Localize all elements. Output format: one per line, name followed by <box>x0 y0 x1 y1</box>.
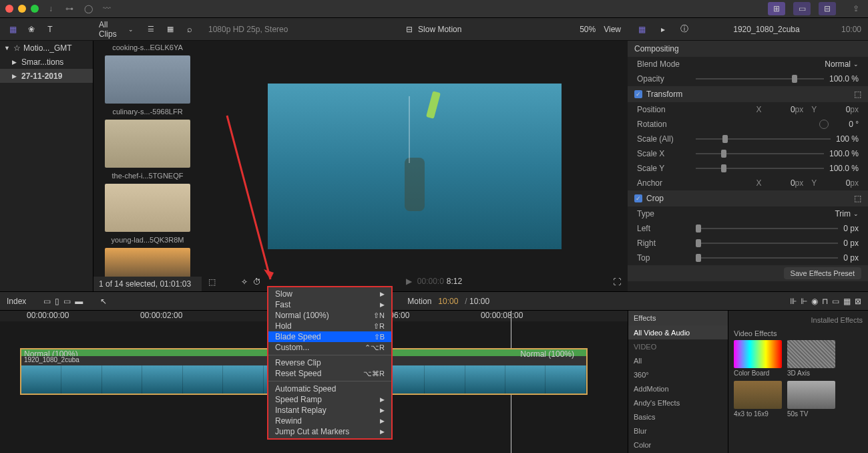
import-icon[interactable]: ↓ <box>44 2 57 15</box>
effect-thumbnail[interactable]: 3D Axis <box>787 340 835 377</box>
inspector-panel: Compositing Blend Mode Normal ⌄ Opacity … <box>628 41 868 291</box>
effects-category[interactable]: AddMotion <box>628 382 728 396</box>
sidebar-item[interactable]: ▶ 27-11-2019 <box>0 69 93 83</box>
share-icon[interactable]: ⇪ <box>849 2 863 15</box>
library-toggle[interactable]: ⊞ <box>768 2 785 15</box>
bg-task-icon[interactable]: ◯ <box>81 2 95 15</box>
list-icon[interactable]: ▦ <box>164 22 178 37</box>
timeline-title: Motion <box>407 297 431 306</box>
menu-item[interactable]: Speed Ramp▶ <box>268 394 391 405</box>
effect-thumbnail[interactable]: 4x3 to 16x9 <box>734 381 782 418</box>
effects-category: VIDEO <box>628 339 728 353</box>
clip-thumbnail[interactable] <box>105 120 190 168</box>
audio-skim-icon[interactable]: ⊩ <box>801 297 807 306</box>
transform-viewer-icon[interactable]: ⬚ <box>854 90 861 99</box>
play-icon[interactable]: ▶ <box>406 277 412 286</box>
clip-thumbnail[interactable] <box>105 184 190 232</box>
menu-item[interactable]: Slow▶ <box>268 289 391 299</box>
library-sidebar: ▼ ☆ Motio..._GMT ▶ Smar...tions ▶ 27-11-… <box>0 41 93 291</box>
effects-category[interactable]: Color <box>628 438 728 452</box>
overwrite-icon[interactable]: ▬ <box>75 297 83 306</box>
effect-thumbnail[interactable]: Color Board <box>734 340 782 377</box>
disclosure-icon[interactable]: ▶ <box>12 73 19 80</box>
save-effects-preset-button[interactable]: Save Effects Preset <box>784 267 861 279</box>
video-tab-icon[interactable]: ▦ <box>634 22 649 37</box>
transform-checkbox[interactable]: ✓ <box>634 90 642 98</box>
effects-category[interactable]: All <box>628 353 728 367</box>
crop-viewer-icon[interactable]: ⬚ <box>854 194 861 203</box>
skimming-icon[interactable]: ⊪ <box>790 297 797 306</box>
library-icon[interactable]: ▦ <box>5 22 20 37</box>
insert-icon[interactable]: ▯ <box>55 297 59 306</box>
clip-item[interactable]: cooking-s...EGLK6YA <box>93 41 202 105</box>
section-transform[interactable]: ✓ Transform ⬚ <box>628 86 868 102</box>
menu-item[interactable]: Instant Replay▶ <box>268 405 391 416</box>
tl-icon[interactable]: ⊠ <box>855 297 861 306</box>
arrow-tool[interactable]: ↖ <box>100 297 107 306</box>
effects-category[interactable]: Blur <box>628 424 728 438</box>
inspector-toggle[interactable]: ⊟ <box>819 2 836 15</box>
tl-icon[interactable]: ▭ <box>832 297 839 306</box>
clips-filter-dropdown[interactable]: All Clips ⌄ <box>99 20 134 39</box>
menu-item[interactable]: Custom...⌃⌥R <box>268 342 391 353</box>
secondary-toolbar: ▦ ❀ T All Clips ⌄ ☰ ▦ ⌕ 1080p HD 25p, St… <box>0 18 868 41</box>
maximize-window[interactable] <box>31 5 39 13</box>
menu-item[interactable]: Hold⇧R <box>268 321 391 331</box>
effects-category[interactable]: Andy's Effects <box>628 396 728 410</box>
menu-item[interactable]: Blade Speed⇧B <box>268 331 391 342</box>
photos-icon[interactable]: ❀ <box>24 22 39 37</box>
installed-effects-dropdown[interactable]: Installed Effects <box>734 316 863 327</box>
waveform-icon[interactable]: 〰 <box>100 2 114 15</box>
disclosure-icon[interactable]: ▶ <box>12 59 19 65</box>
section-crop[interactable]: ✓ Crop ⬚ <box>628 190 868 206</box>
disclosure-icon[interactable]: ▼ <box>4 45 11 51</box>
retime-icon[interactable]: ⏱ <box>253 277 261 287</box>
opacity-value[interactable]: 100.0 % <box>829 74 859 84</box>
effects-category[interactable]: All Video & Audio <box>628 325 728 339</box>
enhance-icon[interactable]: ✧ <box>241 277 248 287</box>
effects-grid: Installed Effects Video Effects Color Bo… <box>728 311 868 453</box>
menu-item[interactable]: Rewind▶ <box>268 416 391 426</box>
opacity-slider[interactable] <box>696 78 824 80</box>
crop-checkbox[interactable]: ✓ <box>634 194 642 202</box>
sidebar-item[interactable]: ▶ Smar...tions <box>0 55 93 69</box>
info-tab-icon[interactable]: ⓘ <box>677 22 692 37</box>
keyword-icon[interactable]: ⊶ <box>63 2 76 15</box>
minimize-window[interactable] <box>18 5 26 13</box>
sidebar-item-label: 27-11-2019 <box>21 71 62 81</box>
snap-icon[interactable]: ⊓ <box>822 297 828 306</box>
index-button[interactable]: Index <box>7 297 26 306</box>
crop-tool-icon[interactable]: ⬚ <box>208 277 216 287</box>
clip-item[interactable]: culinary-s...-5968LFR <box>93 105 202 169</box>
viewer-canvas[interactable] <box>202 41 628 291</box>
blend-mode-value[interactable]: Normal ⌄ <box>825 59 859 69</box>
solo-icon[interactable]: ◉ <box>811 297 818 306</box>
effects-browser: Effects All Video & Audio VIDEO All 360°… <box>628 311 868 453</box>
append-icon[interactable]: ▭ <box>63 297 71 306</box>
connect-icon[interactable]: ▭ <box>43 297 51 306</box>
tl-icon[interactable]: ▦ <box>843 297 851 306</box>
rotation-dial[interactable] <box>819 120 829 129</box>
menu-item[interactable]: Fast▶ <box>268 299 391 310</box>
filmstrip-icon[interactable]: ☰ <box>144 22 158 37</box>
menu-item[interactable]: Normal (100%)⇧N <box>268 310 391 321</box>
clip-item[interactable]: the-chef-i...5TGNEQF <box>93 169 202 233</box>
menu-item[interactable]: Automatic Speed <box>268 384 391 394</box>
sidebar-item[interactable]: ▼ ☆ Motio..._GMT <box>0 41 93 55</box>
fullscreen-icon[interactable]: ⛶ <box>613 277 621 287</box>
search-icon[interactable]: ⌕ <box>182 22 196 37</box>
close-window[interactable] <box>5 5 13 13</box>
effects-category[interactable]: Basics <box>628 410 728 424</box>
view-dropdown[interactable]: View <box>604 25 621 34</box>
titles-icon[interactable]: T <box>43 22 57 37</box>
color-tab-icon[interactable]: ▸ <box>656 22 670 37</box>
blend-mode-row: Blend Mode Normal ⌄ <box>628 57 868 71</box>
zoom-dropdown[interactable]: 50% <box>580 25 596 34</box>
section-compositing[interactable]: Compositing <box>628 41 868 57</box>
clip-thumbnail[interactable] <box>105 55 190 104</box>
effects-category[interactable]: 360° <box>628 367 728 382</box>
menu-item[interactable]: Jump Cut at Markers▶ <box>268 426 391 437</box>
effect-thumbnail[interactable]: 50s TV <box>787 381 835 418</box>
timeline-toggle[interactable]: ▭ <box>793 2 811 15</box>
menu-item[interactable]: Reset Speed⌥⌘R <box>268 368 391 379</box>
